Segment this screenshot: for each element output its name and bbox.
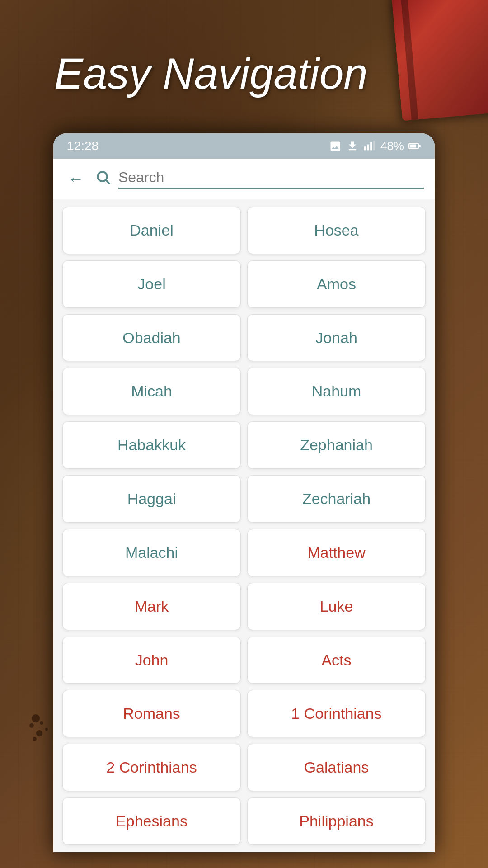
book-button[interactable]: Zechariah [247, 475, 426, 523]
book-button[interactable]: Romans [62, 690, 241, 737]
status-bar: 12:28 48% [53, 133, 435, 159]
svg-rect-0 [364, 146, 366, 150]
phone-mockup: 12:28 48% ← DanielHoseaJoelAmosObadiahJo… [53, 133, 435, 852]
book-grid: DanielHoseaJoelAmosObadiahJonahMicahNahu… [53, 199, 435, 852]
book-button[interactable]: Daniel [62, 207, 241, 254]
book-button[interactable]: Micah [62, 368, 241, 415]
book-button[interactable]: Habakkuk [62, 421, 241, 469]
book-button[interactable]: Jonah [247, 314, 426, 362]
signal-icon [363, 140, 376, 152]
svg-point-7 [98, 172, 107, 181]
svg-line-8 [106, 180, 110, 184]
book-button[interactable]: Philippians [247, 797, 426, 845]
search-bar: ← [53, 159, 435, 199]
book-button[interactable]: Mark [62, 583, 241, 630]
book-button[interactable]: Joel [62, 260, 241, 308]
book-button[interactable]: Galatians [247, 744, 426, 791]
back-button[interactable]: ← [64, 166, 88, 192]
page-title: Easy Navigation [54, 50, 434, 98]
book-button[interactable]: Hosea [247, 207, 426, 254]
book-button[interactable]: Malachi [62, 529, 241, 576]
battery-icon [408, 140, 421, 152]
svg-rect-2 [370, 142, 372, 151]
book-button[interactable]: Matthew [247, 529, 426, 576]
book-button[interactable]: Amos [247, 260, 426, 308]
download-icon [346, 140, 359, 152]
svg-rect-1 [367, 145, 369, 151]
book-button[interactable]: Obadiah [62, 314, 241, 362]
book-button[interactable]: 2 Corinthians [62, 744, 241, 791]
svg-rect-3 [373, 141, 375, 150]
search-input[interactable] [118, 169, 424, 189]
svg-rect-6 [419, 145, 421, 147]
book-button[interactable]: Luke [247, 583, 426, 630]
book-button[interactable]: John [62, 637, 241, 684]
search-icon [95, 169, 111, 189]
book-button[interactable]: Acts [247, 637, 426, 684]
book-button[interactable]: Zephaniah [247, 421, 426, 469]
svg-rect-5 [410, 145, 416, 148]
book-button[interactable]: Haggai [62, 475, 241, 523]
battery-level: 48% [380, 139, 404, 153]
book-button[interactable]: Ephesians [62, 797, 241, 845]
image-icon [329, 140, 342, 152]
status-icons: 48% [329, 139, 421, 153]
book-button[interactable]: 1 Corinthians [247, 690, 426, 737]
book-button[interactable]: Nahum [247, 368, 426, 415]
status-time: 12:28 [67, 139, 99, 153]
